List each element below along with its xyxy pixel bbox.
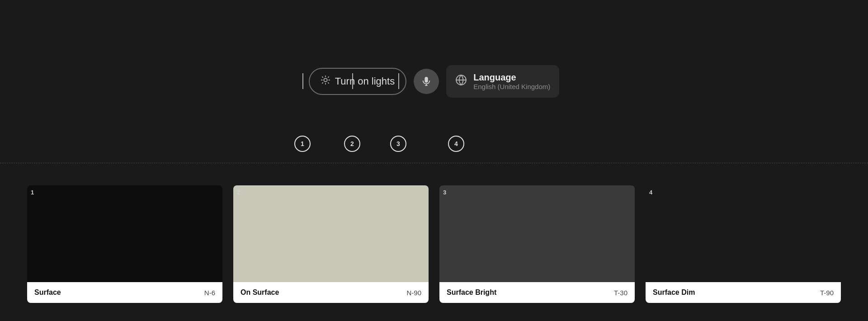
swatch-code-1: N-6 bbox=[204, 289, 215, 297]
color-swatches-section: 1 Surface N-6 2 On Surface N-90 3 Surfac… bbox=[0, 176, 868, 321]
swatch-code-2: N-90 bbox=[406, 289, 421, 297]
annotation-bubble-2: 2 bbox=[344, 136, 360, 152]
swatch-code-3: T-30 bbox=[614, 289, 627, 297]
swatch-name-2: On Surface bbox=[241, 288, 279, 297]
swatch-label-1: Surface N-6 bbox=[27, 282, 222, 303]
sun-icon bbox=[321, 75, 330, 88]
annotation-bubble-4: 4 bbox=[448, 136, 464, 152]
lights-button-label: Turn on lights bbox=[335, 76, 395, 87]
svg-line-11 bbox=[322, 83, 323, 83]
swatch-number-3: 3 bbox=[443, 189, 446, 196]
annotation-bubble-1: 1 bbox=[294, 136, 311, 152]
swatch-number-1: 1 bbox=[31, 189, 34, 196]
language-subtitle: English (United Kingdom) bbox=[473, 83, 550, 90]
swatch-color-4 bbox=[646, 185, 841, 282]
swatch-name-4: Surface Dim bbox=[653, 288, 695, 297]
swatch-color-1 bbox=[27, 185, 222, 282]
mic-button[interactable] bbox=[414, 69, 439, 94]
swatch-code-4: T-90 bbox=[820, 289, 834, 297]
section-divider bbox=[0, 163, 868, 163]
swatch-color-3 bbox=[439, 185, 635, 282]
swatch-surface: 1 Surface N-6 bbox=[27, 185, 222, 303]
annotation-bubble-3: 3 bbox=[390, 136, 406, 152]
swatch-number-4: 4 bbox=[649, 189, 652, 196]
globe-icon bbox=[455, 74, 467, 89]
top-section: Turn on lights Language English (United … bbox=[0, 0, 868, 163]
svg-point-4 bbox=[324, 78, 327, 81]
swatch-name-1: Surface bbox=[34, 288, 61, 297]
swatch-number-2: 2 bbox=[237, 189, 240, 196]
lights-button[interactable]: Turn on lights bbox=[309, 68, 406, 95]
swatch-on-surface: 2 On Surface N-90 bbox=[233, 185, 429, 303]
language-text: Language English (United Kingdom) bbox=[473, 72, 550, 90]
language-title: Language bbox=[473, 72, 550, 83]
swatch-label-2: On Surface N-90 bbox=[233, 282, 429, 303]
swatch-label-3: Surface Bright T-30 bbox=[439, 282, 635, 303]
swatch-label-4: Surface Dim T-90 bbox=[646, 282, 841, 303]
swatch-surface-dim: 4 Surface Dim T-90 bbox=[646, 185, 841, 303]
svg-line-7 bbox=[322, 77, 323, 77]
swatch-name-3: Surface Bright bbox=[447, 288, 496, 297]
language-card: Language English (United Kingdom) bbox=[446, 65, 559, 98]
swatch-color-2 bbox=[233, 185, 429, 282]
svg-line-12 bbox=[328, 77, 329, 77]
swatch-surface-bright: 3 Surface Bright T-30 bbox=[439, 185, 635, 303]
svg-line-8 bbox=[328, 83, 329, 83]
